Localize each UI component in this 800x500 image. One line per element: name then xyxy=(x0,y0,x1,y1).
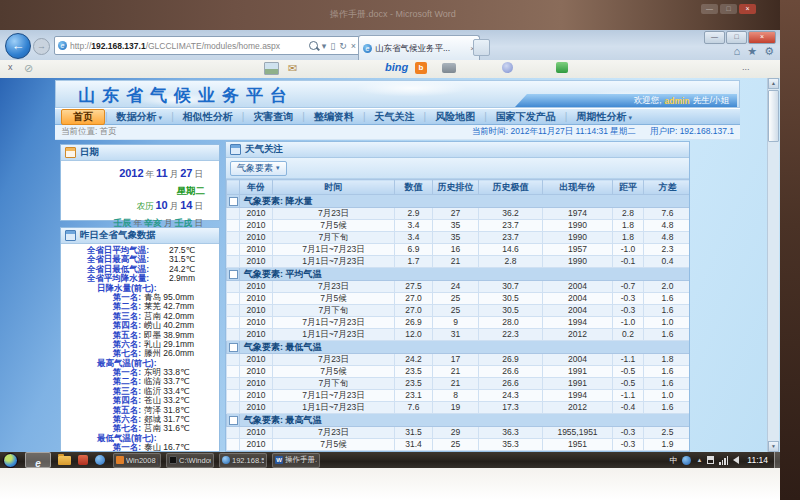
vm-icon xyxy=(116,456,124,464)
group-checkbox[interactable] xyxy=(229,343,238,352)
date-part: 月 xyxy=(170,169,179,179)
nav-item-4[interactable]: 灾害查询 xyxy=(244,109,302,125)
word-icon: W xyxy=(275,456,283,464)
nav-item-6[interactable]: 天气关注 xyxy=(366,109,424,125)
minimize-icon[interactable]: — xyxy=(704,31,725,44)
system-tray: 中 ▲ 11:14 xyxy=(669,455,768,466)
column-header[interactable]: 距平 xyxy=(613,180,644,195)
table-row[interactable]: 20107月5候3.43523.719901.84.8 xyxy=(227,220,691,232)
nav-item-7[interactable]: 风险地图 xyxy=(426,109,484,125)
minimize-icon[interactable]: — xyxy=(701,4,718,14)
action-center-flag-icon[interactable] xyxy=(707,456,714,464)
pinned-app-icon[interactable] xyxy=(95,455,105,465)
table-row[interactable]: 20107月下旬23.52126.61991-0.51.6 xyxy=(227,378,691,390)
camera-icon[interactable] xyxy=(442,63,456,73)
tray-expand-icon[interactable]: ▲ xyxy=(696,457,702,463)
table-row[interactable]: 20107月1日~7月23日6.91614.61957-1.02.3 xyxy=(227,244,691,256)
table-row[interactable]: 20107月1日~7月23日26.9928.01994-1.01.0 xyxy=(227,317,691,329)
table-row[interactable]: 20107月23日24.21726.92004-1.11.8 xyxy=(227,354,691,366)
scroll-down-icon[interactable]: ▼ xyxy=(768,441,779,452)
taskbar-button[interactable]: 192.168.59.99... xyxy=(219,453,267,468)
column-header[interactable]: 时间 xyxy=(273,180,395,195)
more-options-label[interactable]: ... xyxy=(742,62,750,72)
taskbar-clock[interactable]: 11:14 xyxy=(747,455,768,465)
volume-icon[interactable] xyxy=(733,456,739,464)
page-banner: 山东省气候业务平台 欢迎您, admin 先生/小姐 xyxy=(55,80,740,108)
home-icon[interactable]: ⌂ xyxy=(734,45,741,58)
table-row[interactable]: 20107月下旬3.43523.719901.84.8 xyxy=(227,232,691,244)
table-cell: 2010 xyxy=(240,244,273,256)
stop-icon[interactable]: × xyxy=(351,41,356,51)
taskbar-ie-button[interactable]: e xyxy=(25,452,51,468)
scrollbar-thumb[interactable] xyxy=(768,90,779,142)
close-icon[interactable]: × xyxy=(748,31,776,44)
address-bar[interactable]: e http://192.168.137.1/GLCCLIMATE/module… xyxy=(54,36,360,55)
dropdown-arrow-icon: ▾ xyxy=(276,164,280,172)
group-checkbox[interactable] xyxy=(229,197,238,206)
new-tab-button[interactable] xyxy=(473,39,490,56)
table-row[interactable]: 20107月5候27.02530.52004-0.31.6 xyxy=(227,293,691,305)
image-icon[interactable] xyxy=(264,62,279,75)
blocked-icon[interactable]: ⊘ xyxy=(24,62,33,75)
table-row[interactable]: 20101月1日~7月23日1.7212.81990-0.10.4 xyxy=(227,256,691,268)
table-row[interactable]: 20107月5候23.52126.61991-0.51.6 xyxy=(227,366,691,378)
pinned-app-icon[interactable] xyxy=(78,455,88,465)
security-shield-icon[interactable] xyxy=(682,456,691,465)
forward-button[interactable]: → xyxy=(33,38,50,55)
taskbar-button[interactable]: W操作手册.docx ... xyxy=(272,453,320,468)
column-header[interactable]: 出现年份 xyxy=(543,180,613,195)
bing-logo[interactable]: bing xyxy=(385,61,408,73)
current-time: 当前时间: 2012年11月27日 11:14:31 星期二 xyxy=(472,126,636,138)
mail-icon[interactable]: ✉ xyxy=(288,62,297,75)
ime-indicator[interactable]: 中 xyxy=(669,455,677,466)
nav-item-5[interactable]: 整编资料 xyxy=(305,109,363,125)
search-icon[interactable] xyxy=(309,41,318,50)
table-row[interactable]: 20107月1日~7月23日23.1824.31994-1.11.0 xyxy=(227,390,691,402)
column-header[interactable]: 年份 xyxy=(240,180,273,195)
tools-gear-icon[interactable]: ⚙ xyxy=(764,45,774,58)
column-header[interactable]: 数值 xyxy=(395,180,433,195)
column-header[interactable]: 方差 xyxy=(644,180,691,195)
table-cell: 2.8 xyxy=(479,256,543,268)
group-checkbox[interactable] xyxy=(229,416,238,425)
nav-item-2[interactable]: 数据分析▾ xyxy=(108,109,172,125)
table-row[interactable]: 20107月23日27.52430.72004-0.72.0 xyxy=(227,281,691,293)
start-button[interactable] xyxy=(3,453,18,468)
vertical-scrollbar[interactable]: ▲ ▼ xyxy=(767,78,779,452)
element-filter-button[interactable]: 气象要素 ▾ xyxy=(230,161,287,176)
nav-item-8[interactable]: 国家下发产品 xyxy=(487,109,565,125)
back-button[interactable]: ← xyxy=(5,33,31,59)
table-cell: 1.6 xyxy=(644,329,691,341)
column-header[interactable]: 历史极值 xyxy=(479,180,543,195)
show-desktop-button[interactable] xyxy=(774,452,780,468)
table-row[interactable]: 20107月23日2.92736.219742.87.6 xyxy=(227,208,691,220)
refresh-icon[interactable]: ↻ xyxy=(339,41,347,51)
table-row[interactable]: 20107月下旬27.02530.52004-0.31.6 xyxy=(227,305,691,317)
maximize-icon[interactable]: □ xyxy=(720,4,737,14)
nav-item-1[interactable]: 首页 xyxy=(61,109,105,125)
compatibility-icon[interactable]: ▯ xyxy=(330,41,335,51)
green-app-icon[interactable] xyxy=(556,62,568,73)
column-header[interactable]: 历史排位 xyxy=(433,180,479,195)
taskbar-button[interactable]: C:\Windows\s... xyxy=(166,453,214,468)
maximize-icon[interactable]: □ xyxy=(726,31,747,44)
paw-icon[interactable] xyxy=(502,62,513,73)
table-row[interactable]: 20107月5候31.42535.31951-0.31.9 xyxy=(227,439,691,451)
bing-box-icon[interactable]: b xyxy=(415,62,427,74)
explorer-folder-icon[interactable] xyxy=(58,456,71,465)
close-icon[interactable]: × xyxy=(739,4,756,14)
nav-item-3[interactable]: 相似性分析 xyxy=(174,109,242,125)
lunar-date-line: 农历10月14日 xyxy=(61,197,205,214)
table-row[interactable]: 20107月23日31.52936.31955,1951-0.32.5 xyxy=(227,427,691,439)
table-row[interactable]: 20101月1日~7月23日7.61917.32012-0.41.6 xyxy=(227,402,691,414)
toolbar-close-label[interactable]: x xyxy=(8,62,13,72)
network-icon[interactable] xyxy=(719,456,728,465)
browser-tab[interactable]: e 山东省气候业务平... × xyxy=(358,35,480,61)
favorites-star-icon[interactable]: ★ xyxy=(747,45,757,58)
scroll-up-icon[interactable]: ▲ xyxy=(768,78,779,89)
taskbar-button[interactable]: Win2008 [VS2... xyxy=(113,453,161,468)
dropdown-arrow-icon[interactable]: ▾ xyxy=(322,41,327,51)
nav-item-9[interactable]: 周期性分析▾ xyxy=(567,109,641,125)
group-checkbox[interactable] xyxy=(229,270,238,279)
table-row[interactable]: 20101月1日~7月23日12.03122.320120.21.6 xyxy=(227,329,691,341)
